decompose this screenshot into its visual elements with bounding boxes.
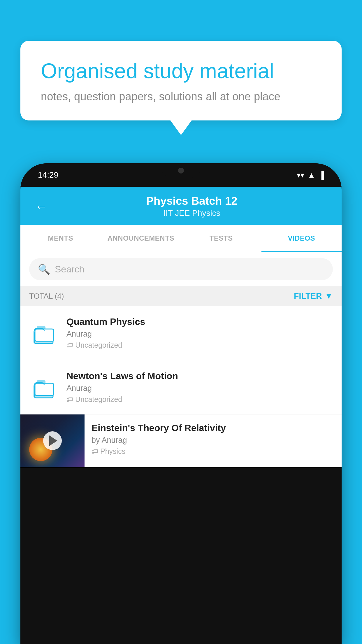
camera-dot — [178, 168, 184, 174]
search-bar[interactable]: 🔍 Search — [29, 258, 333, 280]
tabs-bar: MENTS ANNOUNCEMENTS TESTS VIDEOS — [20, 225, 342, 252]
phone-frame: 14:29 ▾▾ ▲ ▐ ← Physics Batch 12 IIT JEE … — [20, 163, 342, 644]
folder-icon-1 — [29, 319, 58, 349]
list-item[interactable]: Quantum Physics Anurag 🏷 Uncategorized — [20, 306, 342, 360]
list-item[interactable]: Newton's Laws of Motion Anurag 🏷 Uncateg… — [20, 360, 342, 414]
signal-icon: ▲ — [308, 171, 315, 180]
video-author-3: by Anurag — [92, 436, 335, 445]
back-button[interactable]: ← — [35, 199, 48, 214]
bubble-title: Organised study material — [41, 58, 321, 83]
status-bar: 14:29 ▾▾ ▲ ▐ — [20, 163, 342, 187]
svg-rect-3 — [35, 329, 54, 341]
list-item[interactable]: Einstein's Theory Of Relativity by Anura… — [20, 414, 342, 467]
svg-rect-7 — [35, 383, 54, 396]
video-thumbnail-3 — [20, 414, 85, 467]
video-info-2: Newton's Laws of Motion Anurag 🏷 Uncateg… — [66, 371, 333, 404]
video-title-1: Quantum Physics — [66, 316, 333, 327]
video-info-3: Einstein's Theory Of Relativity by Anura… — [85, 414, 342, 464]
speech-bubble: Organised study material notes, question… — [20, 41, 342, 120]
phone-notch — [161, 163, 201, 178]
search-input[interactable]: Search — [55, 264, 84, 275]
header-title: Physics Batch 12 — [57, 195, 327, 207]
filter-button[interactable]: FILTER ▼ — [294, 291, 333, 301]
header-subtitle: IIT JEE Physics — [57, 209, 327, 218]
video-tag-1: 🏷 Uncategorized — [66, 341, 333, 349]
battery-icon: ▐ — [319, 171, 324, 180]
search-container: 🔍 Search — [20, 252, 342, 286]
tab-announcements[interactable]: ANNOUNCEMENTS — [101, 225, 181, 252]
video-title-3: Einstein's Theory Of Relativity — [92, 423, 335, 433]
content-area: Quantum Physics Anurag 🏷 Uncategorized — [20, 306, 342, 467]
status-time: 14:29 — [38, 170, 58, 180]
play-button[interactable] — [43, 431, 62, 450]
video-author-1: Anurag — [66, 330, 333, 339]
filter-label: FILTER — [294, 291, 322, 301]
bubble-subtitle: notes, question papers, solutions all at… — [41, 90, 321, 103]
play-icon — [49, 435, 57, 446]
tab-ments[interactable]: MENTS — [20, 225, 101, 252]
tag-icon-2: 🏷 — [66, 396, 73, 403]
tab-tests[interactable]: TESTS — [181, 225, 261, 252]
folder-icon-2 — [29, 374, 58, 403]
header-title-block: Physics Batch 12 IIT JEE Physics — [57, 195, 327, 218]
wifi-icon: ▾▾ — [297, 171, 304, 180]
video-author-2: Anurag — [66, 384, 333, 393]
total-label: TOTAL (4) — [29, 292, 64, 301]
tag-icon-3: 🏷 — [92, 448, 98, 455]
video-title-2: Newton's Laws of Motion — [66, 371, 333, 382]
tag-icon-1: 🏷 — [66, 342, 73, 349]
video-tag-3: 🏷 Physics — [92, 447, 335, 456]
search-icon: 🔍 — [38, 263, 50, 275]
tab-videos[interactable]: VIDEOS — [261, 225, 342, 252]
app-header: ← Physics Batch 12 IIT JEE Physics — [20, 187, 342, 225]
video-tag-2: 🏷 Uncategorized — [66, 395, 333, 404]
filter-bar: TOTAL (4) FILTER ▼ — [20, 286, 342, 306]
video-info-1: Quantum Physics Anurag 🏷 Uncategorized — [66, 316, 333, 349]
status-icons: ▾▾ ▲ ▐ — [297, 171, 324, 180]
filter-icon: ▼ — [325, 291, 333, 301]
